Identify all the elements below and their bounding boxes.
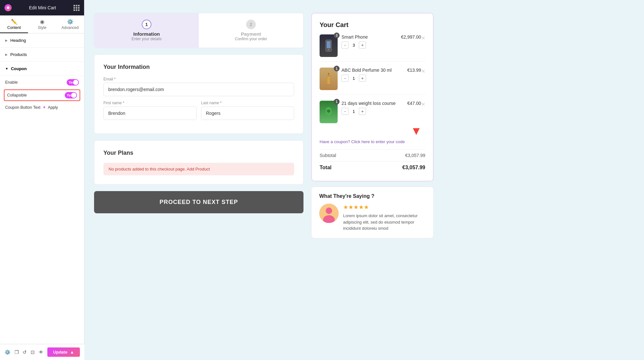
item-2-info: ABC Bold Perfume 30 ml - 1 +	[341, 68, 407, 82]
cart-card: Your Cart 3 Smart Pho	[311, 13, 434, 181]
testimonial-stars: ★★★★★	[343, 204, 426, 211]
responsive-icon[interactable]: ⊡	[31, 349, 35, 355]
proceed-button[interactable]: PROCEED TO NEXT STEP	[94, 191, 303, 213]
settings-icon[interactable]: ⚙️	[5, 349, 11, 355]
products-arrow-icon: ▶	[5, 53, 8, 56]
testimonial-avatar	[319, 204, 339, 223]
step-1-number: 1	[142, 20, 151, 29]
layers-icon[interactable]: ❐	[14, 349, 19, 355]
item-2-remove-icon[interactable]: ✕	[421, 68, 425, 74]
svg-rect-2	[328, 49, 330, 50]
step-2-title: Payment	[241, 31, 261, 37]
first-name-field[interactable]	[103, 106, 197, 120]
subtotal-value: €3,057.99	[405, 153, 425, 158]
coupon-enable-toggle[interactable]: Yes	[67, 79, 79, 86]
coupon-button-text-label: Coupon Button Text	[5, 105, 41, 110]
sidebar-title: Edit Mini Cart	[29, 5, 56, 10]
total-label: Total	[320, 165, 332, 171]
coupon-link[interactable]: Have a coupon? Click here to enter your …	[320, 139, 425, 144]
coupon-collapsible-label: Collapsible	[7, 93, 27, 97]
coupon-body: Enable Yes Collapsible Yes	[0, 76, 84, 113]
item-2-decrease-button[interactable]: -	[341, 75, 349, 82]
logo-icon	[5, 4, 12, 11]
sidebar-header: Edit Mini Cart	[0, 0, 84, 15]
item-1-name: Smart Phone	[341, 34, 401, 40]
item-2-price: €13.99	[407, 68, 421, 73]
coupon-enable-row: Enable Yes	[5, 79, 79, 86]
style-icon: ◉	[40, 19, 44, 25]
cart-divider-2	[320, 161, 425, 162]
cart-item-course: 1 21 days weight loss course - 1 + €47.0…	[320, 101, 425, 128]
item-3-info: 21 days weight loss course - 1 +	[341, 101, 407, 115]
item-1-badge: 3	[334, 32, 340, 38]
plans-card: Your Plans No products added to this che…	[94, 140, 303, 185]
plans-warning-text: No products added to this checkout page.…	[109, 167, 210, 171]
tab-advanced[interactable]: ⚙️ Advanced	[56, 15, 84, 33]
sidebar-item-products[interactable]: ▶ Products	[0, 48, 84, 62]
item-2-controls: - 1 +	[341, 75, 407, 82]
last-name-group: Last name *	[201, 101, 294, 120]
cart-subtotal-row: Subtotal €3,057.99	[320, 153, 425, 158]
tab-content[interactable]: ✏️ Content	[0, 15, 28, 33]
heading-arrow-icon: ▶	[5, 39, 8, 42]
item-1-quantity: 3	[351, 43, 356, 48]
coupon-arrow-icon: ▼	[5, 67, 8, 70]
coupon-enable-label: Enable	[5, 80, 18, 85]
name-row: First name * Last name *	[103, 101, 294, 125]
cart-total-row: Total €3,057.99	[320, 165, 425, 171]
item-3-quantity: 1	[351, 109, 356, 114]
step-1-title: Information	[133, 31, 160, 37]
coupon-label: Coupon	[11, 66, 27, 71]
item-3-decrease-button[interactable]: -	[341, 108, 349, 115]
plans-title: Your Plans	[103, 150, 294, 156]
subtotal-label: Subtotal	[320, 153, 336, 158]
red-arrow-icon: ▼	[410, 125, 422, 137]
eye-icon[interactable]: 👁	[39, 349, 43, 355]
email-label: Email *	[103, 77, 294, 81]
svg-point-8	[326, 208, 332, 214]
svg-rect-1	[327, 41, 331, 48]
coupon-button-text-row: Coupon Button Text ✦ Apply	[5, 105, 79, 110]
step-information[interactable]: 1 Information Enter your details	[94, 13, 199, 48]
coupon-collapsible-toggle[interactable]: Yes	[65, 92, 77, 98]
advanced-icon: ⚙️	[67, 19, 73, 25]
item-3-remove-icon[interactable]: ✕	[421, 101, 425, 107]
item-3-img-wrap: 1	[320, 101, 338, 123]
sidebar-section-coupon: ▼ Coupon Enable Yes Collapsible	[0, 62, 84, 113]
last-name-field[interactable]	[201, 106, 294, 120]
cart-item-smartphone: 3 Smart Phone - 3 + €2,997.00 ✕	[320, 34, 425, 62]
svg-rect-4	[328, 74, 330, 77]
coupon-header[interactable]: ▼ Coupon	[0, 62, 84, 76]
item-2-name: ABC Bold Perfume 30 ml	[341, 68, 407, 73]
sidebar-item-heading[interactable]: ▶ Heading	[0, 33, 84, 48]
step-1-subtitle: Enter your details	[131, 37, 161, 41]
item-3-increase-button[interactable]: +	[359, 108, 366, 115]
item-2-increase-button[interactable]: +	[359, 75, 366, 82]
coupon-button-text-value: Apply	[48, 105, 58, 110]
information-form-title: Your Information	[103, 64, 294, 70]
grid-icon[interactable]	[73, 5, 80, 11]
item-3-badge: 1	[334, 99, 340, 105]
first-name-group: First name *	[103, 101, 197, 120]
step-payment[interactable]: 2 Payment Confirm your order	[199, 13, 303, 48]
item-1-decrease-button[interactable]: -	[341, 42, 349, 49]
cart-title: Your Cart	[320, 21, 425, 29]
item-1-remove-icon[interactable]: ✕	[421, 35, 425, 41]
coupon-collapsible-row: Collapsible Yes	[4, 89, 80, 101]
history-icon[interactable]: ↺	[23, 349, 27, 355]
item-3-name: 21 days weight loss course	[341, 101, 407, 106]
item-1-info: Smart Phone - 3 +	[341, 34, 401, 49]
update-button[interactable]: Update ▲	[47, 347, 80, 357]
chevron-up-icon: ▲	[70, 350, 74, 355]
email-field[interactable]	[103, 83, 294, 96]
magic-wand-icon: ✦	[43, 105, 46, 110]
item-2-quantity: 1	[351, 76, 356, 81]
products-label: Products	[10, 52, 27, 57]
sidebar-bottom: ⚙️ ❐ ↺ ⊡ 👁 Update ▲	[0, 344, 84, 360]
tab-style[interactable]: ◉ Style	[28, 15, 56, 33]
content-icon: ✏️	[11, 19, 17, 25]
item-1-increase-button[interactable]: +	[359, 42, 366, 49]
item-2-badge: 1	[334, 66, 340, 71]
item-1-img-wrap: 3	[320, 34, 338, 57]
testimonial-text: Lorem ipsum dolor sit amet, consectetur …	[343, 213, 426, 232]
